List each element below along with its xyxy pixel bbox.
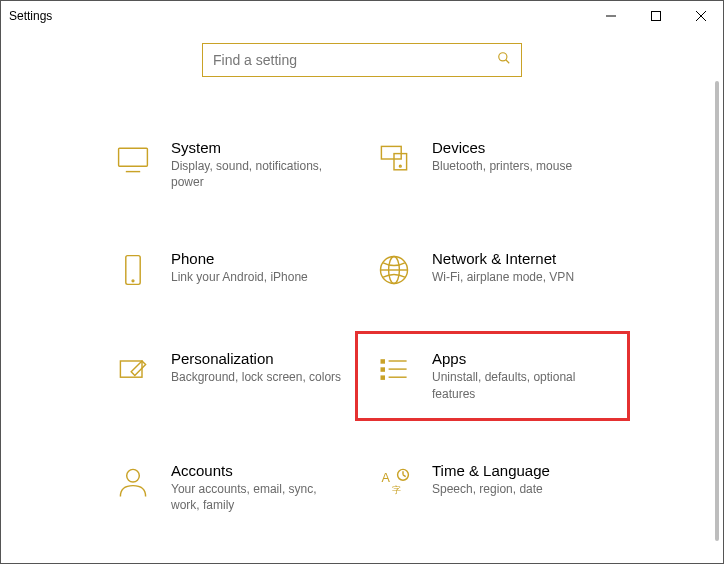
tile-devices[interactable]: Devices Bluetooth, printers, mouse: [372, 137, 613, 192]
tile-personalization[interactable]: Personalization Background, lock screen,…: [111, 348, 352, 403]
network-icon: [374, 250, 414, 290]
svg-rect-18: [381, 368, 386, 373]
settings-grid: System Display, sound, notifications, po…: [1, 137, 723, 515]
tile-desc: Uninstall, defaults, optional features: [432, 369, 607, 401]
search-input[interactable]: [213, 52, 497, 68]
maximize-icon: [651, 11, 661, 21]
tile-desc: Background, lock screen, colors: [171, 369, 341, 385]
window-controls: [588, 1, 723, 31]
window-title: Settings: [9, 9, 52, 23]
tile-label: Personalization: [171, 350, 341, 367]
tile-time[interactable]: A字 Time & Language Speech, region, date: [372, 460, 613, 515]
system-icon: [113, 139, 153, 179]
phone-icon: [113, 250, 153, 290]
apps-icon: [374, 350, 414, 390]
devices-icon: [374, 139, 414, 179]
svg-text:A: A: [381, 471, 390, 485]
tile-desc: Your accounts, email, sync, work, family: [171, 481, 346, 513]
maximize-button[interactable]: [633, 1, 678, 31]
svg-line-5: [506, 60, 510, 64]
tile-desc: Link your Android, iPhone: [171, 269, 308, 285]
svg-point-4: [499, 53, 507, 61]
tile-label: Apps: [432, 350, 607, 367]
tile-system[interactable]: System Display, sound, notifications, po…: [111, 137, 352, 192]
tile-desc: Speech, region, date: [432, 481, 550, 497]
search-icon: [497, 51, 511, 69]
tile-label: Accounts: [171, 462, 346, 479]
svg-rect-17: [381, 360, 386, 365]
tile-label: Time & Language: [432, 462, 550, 479]
tile-accounts[interactable]: Accounts Your accounts, email, sync, wor…: [111, 460, 352, 515]
svg-point-10: [399, 165, 401, 167]
tile-label: Devices: [432, 139, 572, 156]
tile-label: Network & Internet: [432, 250, 574, 267]
time-icon: A字: [374, 462, 414, 502]
close-button[interactable]: [678, 1, 723, 31]
tile-apps[interactable]: Apps Uninstall, defaults, optional featu…: [372, 348, 613, 403]
svg-point-23: [127, 469, 140, 482]
tile-network[interactable]: Network & Internet Wi-Fi, airplane mode,…: [372, 248, 613, 292]
tile-desc: Display, sound, notifications, power: [171, 158, 346, 190]
minimize-icon: [606, 11, 616, 21]
close-icon: [696, 11, 706, 21]
tile-phone[interactable]: Phone Link your Android, iPhone: [111, 248, 352, 292]
svg-line-28: [403, 475, 406, 477]
svg-rect-1: [651, 12, 660, 21]
tile-label: System: [171, 139, 346, 156]
accounts-icon: [113, 462, 153, 502]
svg-text:字: 字: [392, 485, 401, 495]
tile-desc: Bluetooth, printers, mouse: [432, 158, 572, 174]
svg-rect-19: [381, 376, 386, 381]
scrollbar[interactable]: [715, 81, 719, 541]
search-box[interactable]: [202, 43, 522, 77]
svg-rect-8: [381, 146, 401, 159]
svg-point-12: [132, 280, 134, 282]
svg-rect-6: [119, 148, 148, 166]
minimize-button[interactable]: [588, 1, 633, 31]
personalization-icon: [113, 350, 153, 390]
tile-label: Phone: [171, 250, 308, 267]
tile-desc: Wi-Fi, airplane mode, VPN: [432, 269, 574, 285]
